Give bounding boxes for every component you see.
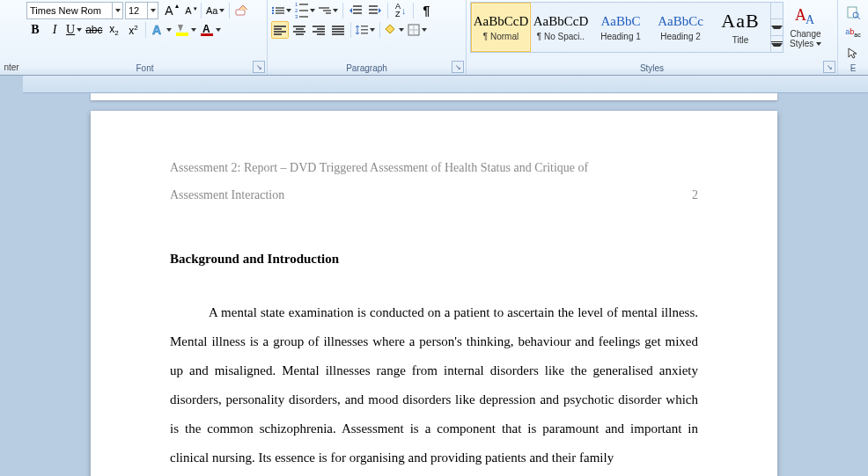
header-line2: Assessment Interaction bbox=[170, 182, 284, 209]
font-family-input[interactable] bbox=[27, 3, 112, 18]
svg-rect-9 bbox=[369, 9, 378, 11]
line-spacing-button[interactable] bbox=[355, 21, 376, 39]
align-center-icon bbox=[293, 26, 305, 35]
superscript-button[interactable]: x2 bbox=[124, 21, 142, 39]
bullets-button[interactable] bbox=[271, 2, 292, 19]
page[interactable]: Assessment 2: Report – DVD Triggered Ass… bbox=[91, 111, 777, 476]
sort-button[interactable]: AZ↓ bbox=[392, 2, 409, 19]
painter-label-fragment: nter bbox=[0, 62, 23, 75]
font-size-input[interactable] bbox=[126, 3, 147, 18]
strikethrough-button[interactable]: abc bbox=[85, 21, 103, 39]
highlight-button[interactable] bbox=[174, 21, 197, 39]
show-marks-button[interactable]: ¶ bbox=[417, 2, 435, 19]
gallery-scroll-up[interactable] bbox=[771, 3, 783, 19]
font-dialog-launcher[interactable]: ↘ bbox=[253, 61, 265, 73]
ribbon-left-stub: nter bbox=[0, 0, 23, 75]
change-case-button[interactable]: Aa bbox=[205, 2, 225, 19]
text-effects-button[interactable]: A bbox=[150, 21, 173, 39]
multilevel-icon bbox=[319, 7, 331, 14]
prev-page-edge bbox=[91, 93, 777, 100]
style-heading2[interactable]: AaBbCc Heading 2 bbox=[651, 3, 710, 52]
ruler-area bbox=[0, 76, 868, 93]
style-label: Title bbox=[732, 35, 749, 45]
svg-rect-12 bbox=[361, 29, 368, 31]
style-preview: AaBbCcD bbox=[474, 14, 529, 29]
style-no-spacing[interactable]: AaBbCcD ¶ No Spaci.. bbox=[531, 3, 591, 52]
font-size-dropdown[interactable] bbox=[147, 3, 158, 18]
eraser-icon bbox=[235, 4, 249, 17]
style-label: Heading 2 bbox=[660, 32, 701, 41]
font-size-combo[interactable] bbox=[125, 2, 158, 19]
gallery-more[interactable] bbox=[771, 36, 783, 52]
document-area[interactable]: Assessment 2: Report – DVD Triggered Ass… bbox=[0, 93, 868, 476]
style-normal[interactable]: AaBbCcD ¶ Normal bbox=[471, 3, 531, 52]
shading-button[interactable] bbox=[384, 21, 405, 39]
find-button[interactable] bbox=[842, 4, 864, 21]
numbering-button[interactable]: 123 bbox=[294, 2, 316, 19]
text-effects-icon: A bbox=[151, 23, 165, 37]
svg-rect-5 bbox=[353, 5, 362, 7]
clear-formatting-button[interactable] bbox=[233, 2, 251, 19]
justify-button[interactable] bbox=[329, 21, 347, 39]
group-styles-title: Styles bbox=[470, 62, 834, 75]
style-title[interactable]: AaB Title bbox=[710, 3, 770, 52]
header-page-number: 2 bbox=[692, 182, 698, 209]
replace-button[interactable]: abac bbox=[842, 24, 864, 41]
horizontal-ruler[interactable] bbox=[23, 76, 868, 93]
change-styles-button[interactable]: AA Change Styles bbox=[787, 2, 824, 51]
bold-button[interactable]: B bbox=[26, 21, 44, 39]
justify-icon bbox=[332, 26, 344, 35]
gallery-scroll-down[interactable] bbox=[771, 19, 783, 36]
change-styles-label: Change Styles bbox=[788, 29, 823, 48]
superscript-icon: x2 bbox=[129, 24, 137, 37]
bold-icon: B bbox=[31, 23, 39, 37]
align-right-button[interactable] bbox=[310, 21, 327, 39]
bullets-icon bbox=[272, 7, 284, 14]
shrink-font-button[interactable]: A▾ bbox=[180, 2, 197, 19]
svg-rect-4 bbox=[201, 33, 213, 36]
svg-rect-7 bbox=[353, 12, 362, 14]
change-styles-icon: AA bbox=[793, 4, 818, 27]
select-button[interactable] bbox=[842, 44, 864, 62]
italic-button[interactable]: I bbox=[46, 21, 63, 39]
style-heading1[interactable]: AaBbC Heading 1 bbox=[591, 3, 651, 52]
replace-icon: abac bbox=[845, 27, 860, 38]
doc-paragraph: A mental state examination is conducted … bbox=[170, 298, 698, 472]
shading-icon bbox=[385, 24, 397, 36]
style-gallery[interactable]: AaBbCcD ¶ Normal AaBbCcD ¶ No Spaci.. Aa… bbox=[470, 2, 783, 53]
svg-line-21 bbox=[857, 17, 860, 19]
svg-text:A: A bbox=[152, 23, 161, 37]
svg-rect-2 bbox=[176, 33, 188, 36]
align-left-button[interactable] bbox=[271, 21, 289, 39]
multilevel-list-button[interactable] bbox=[318, 2, 339, 19]
gallery-scroll bbox=[770, 3, 783, 52]
select-icon bbox=[847, 47, 859, 59]
strikethrough-icon: abc bbox=[85, 24, 102, 36]
font-color-button[interactable]: A bbox=[199, 21, 222, 39]
style-preview: AaBbCcD bbox=[533, 14, 589, 29]
styles-dialog-launcher[interactable]: ↘ bbox=[823, 61, 835, 73]
italic-icon: I bbox=[53, 23, 57, 37]
underline-button[interactable]: U bbox=[65, 21, 83, 39]
shrink-font-icon: A▾ bbox=[185, 5, 191, 16]
svg-text:A: A bbox=[805, 13, 815, 26]
align-center-button[interactable] bbox=[291, 21, 308, 39]
paragraph-dialog-launcher[interactable]: ↘ bbox=[452, 61, 464, 73]
font-family-dropdown[interactable] bbox=[112, 3, 122, 18]
subscript-button[interactable]: x2 bbox=[105, 21, 122, 39]
group-font-title: Font bbox=[26, 62, 263, 75]
document-body[interactable]: Background and Introduction A mental sta… bbox=[170, 245, 698, 472]
highlight-icon bbox=[175, 23, 189, 37]
group-styles: AaBbCcD ¶ Normal AaBbCcD ¶ No Spaci.. Aa… bbox=[467, 0, 838, 75]
doc-heading: Background and Introduction bbox=[170, 245, 698, 274]
decrease-indent-button[interactable] bbox=[347, 2, 364, 19]
increase-indent-icon bbox=[369, 5, 381, 16]
style-preview: AaB bbox=[721, 10, 759, 33]
increase-indent-button[interactable] bbox=[366, 2, 384, 19]
font-family-combo[interactable] bbox=[26, 2, 123, 19]
grow-font-button[interactable]: A▴ bbox=[160, 2, 178, 19]
numbering-icon: 123 bbox=[295, 2, 308, 19]
find-icon bbox=[846, 5, 860, 19]
style-preview: AaBbC bbox=[601, 14, 641, 29]
borders-button[interactable] bbox=[407, 21, 428, 39]
